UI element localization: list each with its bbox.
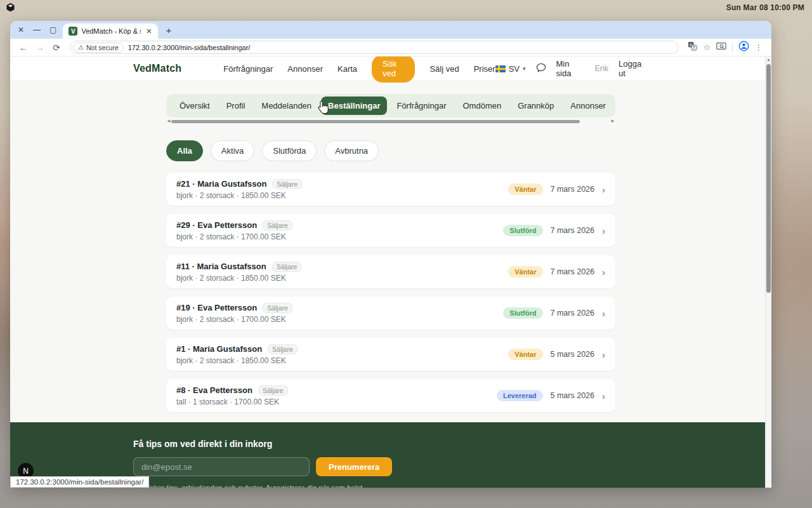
subscribe-button[interactable]: Prenumerera — [316, 457, 392, 476]
scroll-up-icon[interactable]: ▲ — [766, 58, 771, 62]
site-header: VedMatch FörfrågningarAnnonserKartaSök v… — [10, 57, 771, 81]
order-title: #19 · Eva Pettersson — [176, 303, 257, 312]
site-favicon: V — [69, 27, 77, 36]
tab-close-icon[interactable]: ✕ — [145, 27, 153, 36]
filter-aktiva[interactable]: Aktiva — [211, 140, 254, 161]
back-icon[interactable]: ← — [16, 41, 30, 55]
browser-tab-title: VedMatch - Köp & sälj ved — [81, 27, 141, 35]
toolbar-right-icons: a文 ☆ ⋮ — [685, 41, 765, 54]
order-role-badge: Säljare — [263, 303, 292, 313]
tab-f-rfr-gningar[interactable]: Förfrågningar — [390, 97, 453, 115]
tab-meddelanden[interactable]: Meddelanden — [254, 97, 318, 115]
browser-tab-strip: ✕ — ▢ V VedMatch - Köp & sälj ved ✕ + — [10, 21, 771, 39]
order-card[interactable]: #11 · Maria GustafssonSäljarebjork · 2 s… — [166, 255, 615, 288]
not-secure-chip[interactable]: ⚠ Not secure — [73, 43, 124, 53]
browser-tab[interactable]: V VedMatch - Köp & sälj ved ✕ — [63, 23, 158, 39]
site-logo[interactable]: VedMatch — [133, 63, 181, 74]
order-status-badge: Väntar — [508, 349, 542, 360]
order-status-badge: Levererad — [497, 390, 543, 401]
not-secure-label: Not secure — [86, 44, 119, 51]
newsletter-email-input[interactable] — [133, 457, 310, 476]
order-card[interactable]: #19 · Eva PetterssonSäljarebjork · 2 sto… — [166, 297, 615, 330]
statusbar-url: 172.30.0.2:3000/min-sida/bestallningar/ — [10, 476, 149, 488]
order-title: #21 · Maria Gustafsson — [176, 179, 266, 189]
window-maximize-icon[interactable]: ▢ — [49, 26, 56, 34]
scroll-left-icon[interactable]: ◄ — [166, 119, 171, 124]
address-bar[interactable]: ⚠ Not secure 172.30.0.2:3000/min-sida/be… — [70, 41, 679, 54]
desktop-clock: Sun Mar 08 10:00 PM — [726, 3, 804, 12]
order-title: #8 · Eva Pettersson — [176, 385, 252, 395]
order-meta: bjork · 2 storsack · 1850.00 SEK — [176, 274, 301, 283]
order-title-row: #19 · Eva PetterssonSäljare — [176, 303, 292, 313]
vertical-scrollbar-thumb[interactable] — [766, 64, 771, 293]
order-card[interactable]: #29 · Eva PetterssonSäljarebjork · 2 sto… — [166, 214, 615, 247]
chevron-right-icon: › — [602, 267, 605, 277]
order-card[interactable]: #21 · Maria GustafssonSäljarebjork · 2 s… — [166, 173, 615, 206]
order-info: #8 · Eva PetterssonSäljaretall · 1 stors… — [176, 385, 288, 406]
order-title: #29 · Eva Pettersson — [176, 220, 257, 230]
order-date: 7 mars 2026 — [551, 185, 594, 194]
reload-icon[interactable]: ⟳ — [49, 41, 63, 55]
nav-item-karta[interactable]: Karta — [337, 64, 357, 74]
order-meta: bjork · 2 storsack · 1700.00 SEK — [176, 315, 292, 324]
orders-list: #21 · Maria GustafssonSäljarebjork · 2 s… — [166, 173, 615, 412]
order-date: 5 mars 2026 — [551, 391, 594, 400]
tabs-scrollbar-thumb[interactable] — [171, 120, 580, 123]
filter-avbrutna[interactable]: Avbrutna — [324, 140, 379, 161]
tab-omd-men[interactable]: Omdömen — [456, 97, 509, 115]
screen-search-icon[interactable] — [716, 42, 726, 53]
bookmark-star-icon[interactable]: ☆ — [703, 43, 710, 52]
newsletter-heading: Få tips om ved direkt i din inkorg — [133, 439, 765, 449]
window-close-icon[interactable]: ✕ — [18, 26, 24, 34]
tab-profil[interactable]: Profil — [219, 97, 252, 115]
order-card[interactable]: #1 · Maria GustafssonSäljarebjork · 2 st… — [166, 338, 615, 371]
min-sida-link[interactable]: Min sida — [556, 59, 585, 78]
tab-annonser[interactable]: Annonser — [563, 97, 613, 115]
profile-icon[interactable] — [738, 41, 749, 54]
order-right: Väntar7 mars 2026› — [508, 266, 605, 277]
tabs-scrollbar[interactable]: ◄ ► — [166, 119, 615, 125]
user-name: Erik — [594, 64, 608, 73]
chevron-right-icon: › — [602, 349, 605, 360]
vertical-scrollbar[interactable]: ▲ — [765, 57, 771, 488]
order-title-row: #1 · Maria GustafssonSäljare — [176, 344, 298, 354]
order-meta: tall · 1 storsack · 1700.00 SEK — [176, 398, 288, 406]
order-role-badge: Säljare — [258, 385, 288, 396]
new-tab-button[interactable]: + — [166, 25, 171, 36]
tab--versikt[interactable]: Översikt — [173, 97, 217, 115]
order-card[interactable]: #8 · Eva PetterssonSäljaretall · 1 stors… — [166, 379, 615, 412]
nav-item-priser[interactable]: Priser — [474, 64, 495, 74]
filter-slutförda[interactable]: Slutförda — [262, 140, 317, 161]
chat-icon[interactable] — [536, 63, 546, 75]
order-role-badge: Säljare — [263, 220, 292, 231]
nav-item-annonser[interactable]: Annonser — [287, 64, 323, 74]
main-nav: FörfrågningarAnnonserKartaSök vedSälj ve… — [223, 57, 495, 83]
warning-icon: ⚠ — [78, 44, 84, 51]
order-info: #29 · Eva PetterssonSäljarebjork · 2 sto… — [176, 220, 292, 241]
order-date: 7 mars 2026 — [551, 309, 594, 318]
order-right: Slutförd7 mars 2026› — [503, 307, 605, 319]
window-minimize-icon[interactable]: — — [33, 26, 41, 34]
order-role-badge: Säljare — [268, 344, 298, 354]
order-info: #11 · Maria GustafssonSäljarebjork · 2 s… — [176, 262, 301, 283]
chevron-right-icon: › — [602, 308, 605, 319]
desktop-logo-icon — [6, 3, 15, 15]
logout-link[interactable]: Logga ut — [619, 59, 648, 78]
order-title-row: #11 · Maria GustafssonSäljare — [176, 262, 301, 272]
order-status-badge: Slutförd — [503, 225, 542, 236]
nav-item-f-rfr-gningar[interactable]: Förfrågningar — [223, 64, 273, 74]
header-right: SV ▾ Min sida Erik Logga ut — [495, 59, 752, 78]
translate-icon[interactable]: a文 — [688, 41, 697, 53]
browser-toolbar: ← → ⟳ ⚠ Not secure 172.30.0.2:3000/min-s… — [10, 39, 771, 57]
chevron-right-icon: › — [602, 184, 605, 195]
order-title-row: #29 · Eva PetterssonSäljare — [176, 220, 292, 231]
tab-best-llningar[interactable]: Beställningar — [321, 97, 387, 115]
tab-grannk-p[interactable]: Grannköp — [511, 97, 561, 115]
language-selector[interactable]: SV ▾ — [495, 64, 526, 74]
nav-item-s-k-ved[interactable]: Sök ved — [372, 57, 415, 83]
scroll-right-icon[interactable]: ► — [610, 119, 615, 124]
filter-alla[interactable]: Alla — [166, 140, 203, 161]
menu-dots-icon[interactable]: ⋮ — [755, 43, 763, 52]
forward-icon[interactable]: → — [33, 41, 47, 55]
nav-item-s-lj-ved[interactable]: Sälj ved — [429, 64, 459, 74]
